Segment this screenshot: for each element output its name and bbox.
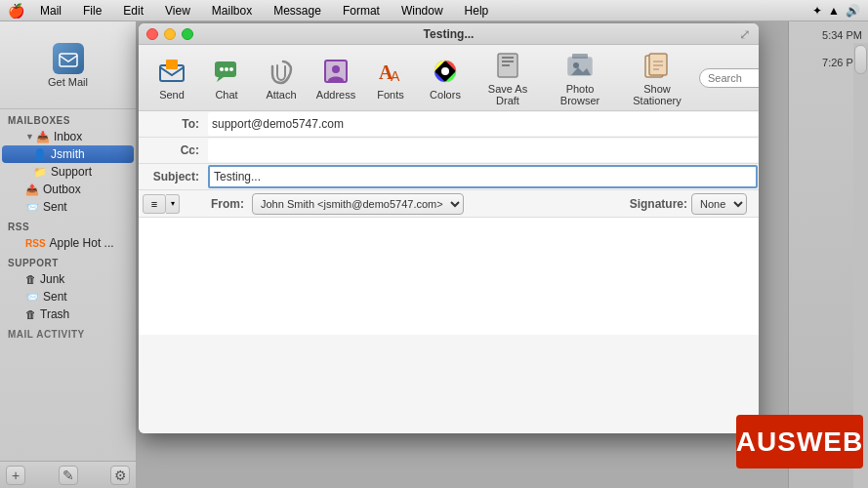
- from-select-wrapper: John Smith <jsmith@demo5747.com>: [252, 193, 464, 215]
- compose-window: Testing... ⤢ Send: [139, 23, 759, 433]
- sidebar-item-trash[interactable]: 🗑 Trash: [2, 305, 134, 323]
- search-area: [699, 68, 759, 88]
- to-label: To:: [139, 117, 207, 131]
- address-icon: [320, 56, 351, 87]
- svg-point-5: [225, 67, 228, 71]
- photo-browser-button[interactable]: Photo Browser: [545, 50, 615, 106]
- sidebar-item-support[interactable]: 📁 Support: [2, 163, 134, 181]
- maximize-window-button[interactable]: [182, 28, 193, 40]
- show-stationery-button[interactable]: Show Stationery: [619, 50, 695, 106]
- menu-bar-right: ✦ ▲ 🔊: [812, 4, 860, 18]
- address-label: Address: [316, 89, 355, 101]
- svg-point-6: [229, 67, 233, 71]
- sidebar-item-inbox[interactable]: ▼ 📥 Inbox: [2, 128, 134, 145]
- sidebar-footer: + ✎ ⚙: [0, 461, 136, 488]
- to-row: To:: [139, 111, 759, 138]
- menu-file[interactable]: File: [79, 3, 105, 19]
- get-mail-button[interactable]: Get Mail: [40, 39, 96, 92]
- inbox-arrow: ▼: [25, 132, 34, 142]
- minimize-window-button[interactable]: [164, 28, 176, 40]
- send-button[interactable]: Send: [146, 50, 197, 106]
- save-draft-button[interactable]: Save As Draft: [475, 50, 541, 106]
- trash-label: Trash: [40, 307, 69, 321]
- menu-mail[interactable]: Mail: [36, 3, 65, 19]
- menu-format[interactable]: Format: [339, 3, 384, 19]
- trash-icon: 🗑: [25, 308, 36, 320]
- signature-label: Signature:: [630, 197, 687, 211]
- get-mail-label: Get Mail: [48, 76, 88, 88]
- menu-mailbox[interactable]: Mailbox: [208, 3, 256, 19]
- ausweb-logo: AUSWEB: [736, 415, 863, 468]
- save-draft-icon: [492, 50, 523, 81]
- outbox-label: Outbox: [43, 183, 81, 196]
- close-window-button[interactable]: [146, 28, 158, 40]
- show-stationery-icon: [641, 50, 673, 81]
- attach-button[interactable]: Attach: [256, 50, 307, 106]
- fonts-button[interactable]: A A Fonts: [365, 50, 416, 106]
- wifi-icon: ▲: [828, 4, 840, 18]
- support-label: Support: [51, 165, 92, 179]
- get-mail-icon: [53, 43, 84, 74]
- menu-message[interactable]: Message: [269, 3, 325, 19]
- sidebar-toolbar: Get Mail: [0, 21, 136, 109]
- svg-point-13: [441, 67, 449, 75]
- time1: 5:34 PM: [795, 29, 862, 41]
- scrollbar-thumb[interactable]: [854, 45, 867, 74]
- colors-icon: [430, 56, 461, 87]
- photo-browser-icon: [564, 50, 596, 81]
- sidebar-item-sent2[interactable]: 📨 Sent: [2, 288, 134, 305]
- rss-icon: RSS: [25, 238, 46, 249]
- send-icon: [156, 56, 187, 87]
- subject-row: Subject:: [139, 164, 759, 190]
- apple-menu-icon[interactable]: 🍎: [8, 3, 24, 19]
- sidebar-item-jsmith[interactable]: 👤 Jsmith: [2, 145, 134, 163]
- sidebar-item-sent[interactable]: 📨 Sent: [2, 198, 134, 216]
- compose-toolbar: Send Chat: [139, 45, 759, 111]
- signature-select[interactable]: None: [691, 193, 747, 215]
- menu-items: Mail File Edit View Mailbox Message Form…: [36, 3, 492, 19]
- sidebar-item-outbox[interactable]: 📤 Outbox: [2, 181, 134, 198]
- settings-button[interactable]: ⚙: [110, 466, 130, 485]
- from-select[interactable]: John Smith <jsmith@demo5747.com>: [252, 193, 464, 215]
- compose-body[interactable]: [139, 218, 759, 335]
- send-label: Send: [159, 89, 185, 101]
- subject-input[interactable]: [208, 165, 758, 188]
- compose-titlebar: Testing... ⤢: [139, 23, 759, 45]
- inbox-icon: 📥: [36, 131, 50, 143]
- bluetooth-icon: ✦: [812, 4, 822, 18]
- format-button[interactable]: ≡: [143, 194, 166, 214]
- attach-label: Attach: [266, 89, 296, 101]
- sidebar: Get Mail MAILBOXES ▼ 📥 Inbox 👤 Jsmith 📁 …: [0, 21, 137, 488]
- from-label: From:: [184, 197, 252, 211]
- address-button[interactable]: Address: [310, 50, 361, 106]
- rss-section-label: RSS: [0, 216, 136, 234]
- menu-view[interactable]: View: [161, 3, 194, 19]
- apple-hot-label: Apple Hot ...: [50, 236, 114, 250]
- colors-button[interactable]: Colors: [420, 50, 471, 106]
- mailboxes-section-label: MAILBOXES: [0, 109, 136, 128]
- chat-button[interactable]: Chat: [201, 50, 252, 106]
- menu-edit[interactable]: Edit: [119, 3, 147, 19]
- menu-window[interactable]: Window: [397, 3, 447, 19]
- svg-point-9: [332, 65, 340, 73]
- add-mailbox-button[interactable]: +: [6, 466, 25, 485]
- main-container: Get Mail MAILBOXES ▼ 📥 Inbox 👤 Jsmith 📁 …: [0, 21, 868, 488]
- format-arrow-button[interactable]: ▾: [166, 194, 180, 214]
- junk-label: Junk: [40, 272, 64, 286]
- junk-icon: 🗑: [25, 273, 36, 285]
- resize-icon[interactable]: ⤢: [739, 26, 751, 42]
- window-title: Testing...: [424, 27, 475, 41]
- menu-help[interactable]: Help: [461, 3, 493, 19]
- to-input[interactable]: [208, 112, 758, 136]
- menu-bar: 🍎 Mail File Edit View Mailbox Message Fo…: [0, 0, 868, 21]
- sidebar-item-junk[interactable]: 🗑 Junk: [2, 270, 134, 288]
- photo-browser-label: Photo Browser: [547, 83, 613, 106]
- cc-input[interactable]: [208, 139, 758, 162]
- compose-button[interactable]: ✎: [59, 466, 78, 485]
- search-input[interactable]: [699, 68, 759, 88]
- sidebar-item-apple-hot[interactable]: RSS Apple Hot ...: [2, 234, 134, 252]
- cc-row: Cc:: [139, 138, 759, 164]
- svg-point-4: [220, 67, 224, 71]
- time2: 7:26 PM: [795, 57, 862, 68]
- support-folder-icon: 📁: [33, 166, 47, 179]
